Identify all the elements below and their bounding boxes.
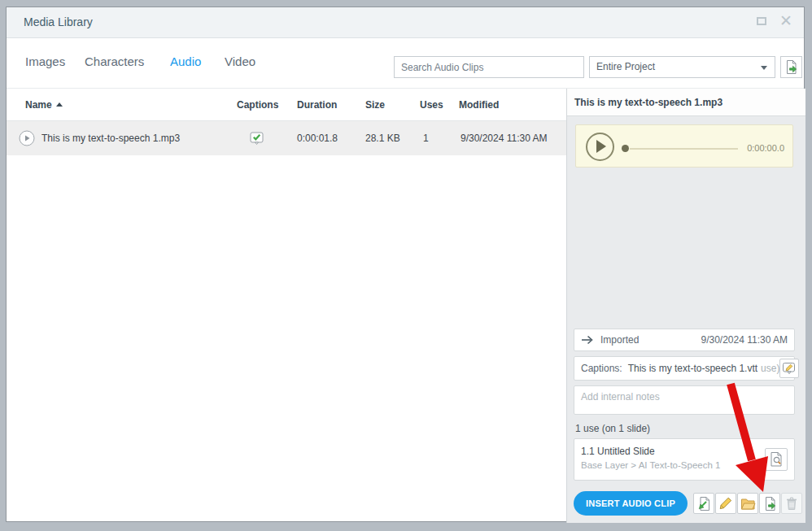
row-uses: 1 (423, 121, 429, 155)
search-input[interactable] (394, 56, 584, 78)
imported-date: 9/30/2024 11:30 AM (701, 334, 788, 346)
tab-characters[interactable]: Characters (85, 54, 144, 68)
audio-player: 0:00:00.0 (575, 124, 793, 168)
page-export-icon (762, 496, 778, 511)
imported-info-row: Imported 9/30/2024 11:30 AM (574, 329, 795, 351)
tab-video[interactable]: Video (225, 54, 255, 68)
row-duration: 0:00:01.8 (297, 121, 338, 155)
insert-audio-clip-button[interactable]: INSERT AUDIO CLIP (574, 491, 688, 516)
table-row[interactable]: This is my text-to-speech 1.mp3 0:00:01.… (7, 121, 566, 155)
column-header-name[interactable]: Name (25, 89, 63, 121)
pencil-icon (718, 496, 733, 511)
scope-dropdown[interactable]: Entire Project (589, 56, 775, 78)
row-name: This is my text-to-speech 1.mp3 (41, 121, 180, 155)
close-icon[interactable]: ✕ (779, 15, 792, 28)
page-import-icon (784, 59, 799, 75)
edit-audio-button[interactable] (715, 493, 736, 514)
delete-audio-button[interactable] (781, 493, 802, 514)
internal-notes-input[interactable] (574, 385, 795, 415)
chevron-down-icon (761, 66, 767, 70)
toolbar: Images Characters Audio Video Entire Pro… (7, 38, 804, 89)
player-track[interactable] (630, 148, 738, 150)
captions-check-icon (250, 132, 264, 146)
arrow-right-icon (581, 335, 593, 345)
page-preview-icon (769, 451, 784, 468)
usage-summary: 1 use (on 1 slide) (575, 423, 650, 434)
captions-use-suffix: use) (761, 363, 779, 374)
title-bar: Media Library ✕ (7, 7, 804, 38)
sort-ascending-icon (56, 102, 63, 107)
folder-icon (740, 497, 756, 511)
detail-pane: This is my text-to-speech 1.mp3 0:00:00.… (566, 89, 805, 523)
media-library-window: Media Library ✕ Images Characters Audio … (6, 7, 805, 522)
trash-icon (785, 496, 798, 511)
open-folder-button[interactable] (737, 493, 758, 514)
media-list-header: Name Captions Duration Size Uses Modifie… (7, 89, 566, 121)
window-title: Media Library (24, 15, 93, 28)
row-size: 28.1 KB (365, 121, 400, 155)
captions-row: Captions: This is my text-to-speech 1.vt… (574, 356, 795, 381)
duplicate-audio-button[interactable] (693, 493, 714, 514)
slide-path: Base Layer > AI Text-to-Speech 1 (581, 460, 788, 470)
detail-title: This is my text-to-speech 1.mp3 (567, 89, 805, 116)
column-header-size[interactable]: Size (365, 89, 385, 121)
page-duplicate-icon (696, 496, 712, 511)
slide-title: 1.1 Untitled Slide (581, 446, 788, 457)
row-play-icon[interactable] (19, 130, 35, 146)
captions-filename: This is my text-to-speech 1.vtt (628, 363, 757, 374)
edit-captions-button[interactable] (779, 359, 799, 378)
import-audio-button[interactable] (780, 56, 802, 78)
preview-slide-button[interactable] (765, 448, 788, 471)
tab-images[interactable]: Images (25, 54, 65, 68)
column-header-duration[interactable]: Duration (297, 89, 337, 121)
window-controls: ✕ (757, 15, 792, 28)
captions-label: Captions: (581, 363, 622, 374)
row-modified: 9/30/2024 11:30 AM (461, 121, 548, 155)
imported-label: Imported (600, 334, 639, 346)
column-header-captions[interactable]: Captions (237, 89, 278, 121)
maximize-icon[interactable] (757, 17, 766, 25)
scope-value: Entire Project (596, 61, 655, 72)
player-scrub-handle[interactable] (622, 145, 629, 152)
player-play-button[interactable] (586, 133, 614, 161)
usage-slide-item[interactable]: 1.1 Untitled Slide Base Layer > AI Text-… (574, 438, 795, 481)
export-audio-button[interactable] (759, 493, 780, 514)
column-header-modified[interactable]: Modified (459, 89, 499, 121)
caption-edit-icon (782, 361, 797, 376)
column-header-uses[interactable]: Uses (420, 89, 443, 121)
tab-audio[interactable]: Audio (170, 54, 201, 68)
player-elapsed-time: 0:00:00.0 (747, 143, 784, 153)
